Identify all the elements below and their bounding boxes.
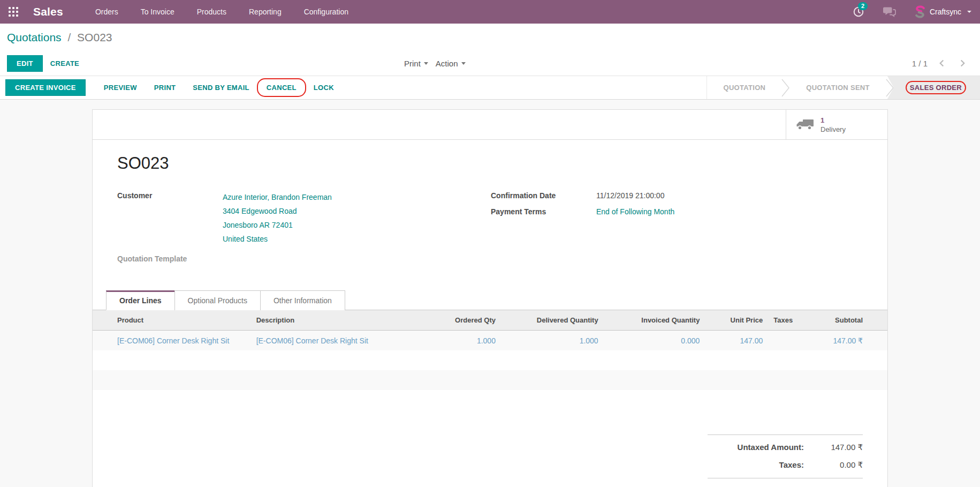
tab-optional-products[interactable]: Optional Products — [174, 290, 261, 310]
menu-configuration[interactable]: Configuration — [304, 8, 348, 16]
ordered-qty-value: 1.000 — [413, 336, 499, 345]
payment-terms-label: Payment Terms — [491, 206, 596, 216]
empty-row — [93, 370, 887, 390]
unit-price-value: 147.00 — [703, 336, 766, 345]
print-dropdown[interactable]: Print — [404, 59, 428, 68]
user-name: Craftsync — [930, 8, 961, 16]
statusbar: CREATE INVOICE PREVIEW PRINT SEND BY EMA… — [0, 76, 980, 100]
col-subtotal: Subtotal — [814, 316, 887, 324]
create-button[interactable]: CREATE — [43, 56, 87, 71]
smart-button-row: 1 Delivery — [93, 110, 887, 140]
table-header-row: Product Description Ordered Qty Delivere… — [93, 310, 887, 331]
col-delivered-quantity: Delivered Quantity — [499, 316, 602, 324]
order-lines-table: Product Description Ordered Qty Delivere… — [93, 310, 887, 410]
messages-menu[interactable] — [883, 6, 897, 18]
customer-label: Customer — [117, 190, 223, 246]
totals-block: Untaxed Amount: 147.00 ₹ Taxes: 0.00 ₹ — [708, 434, 863, 478]
notebook-tabs: Order Lines Optional Products Other Info… — [93, 290, 887, 310]
delivery-count: 1 — [821, 116, 846, 125]
truck-icon — [796, 118, 814, 132]
empty-row — [93, 390, 887, 410]
state-quotation[interactable]: QUOTATION — [707, 76, 781, 99]
chevron-down-icon — [967, 11, 971, 13]
user-menu[interactable]: Craftsync — [915, 5, 971, 18]
sales-order-annotation-highlight: SALES ORDER — [906, 81, 966, 94]
confirmation-date-value: 11/12/2019 21:00:00 — [596, 190, 664, 200]
preview-button[interactable]: PREVIEW — [96, 80, 145, 95]
confirmation-date-label: Confirmation Date — [491, 190, 596, 200]
cancel-button[interactable]: CANCEL — [259, 80, 304, 95]
chevron-down-icon — [424, 62, 428, 65]
taxes-total-value: 0.00 ₹ — [804, 460, 863, 470]
menu-orders[interactable]: Orders — [95, 8, 118, 16]
col-unit-price: Unit Price — [703, 316, 766, 324]
breadcrumb-current: SO023 — [77, 31, 112, 43]
action-dropdown-label: Action — [436, 59, 458, 68]
col-taxes: Taxes — [766, 316, 814, 324]
action-dropdown[interactable]: Action — [436, 59, 466, 68]
print-button[interactable]: PRINT — [147, 80, 184, 95]
customer-address-line[interactable]: United States — [223, 232, 332, 246]
customer-field: Azure Interior, Brandon Freeman 3404 Edg… — [223, 190, 332, 246]
product-link[interactable]: [E-COM06] Corner Desk Right Sit — [117, 336, 229, 345]
breadcrumb: Quotations / SO023 — [7, 31, 971, 44]
send-by-email-button[interactable]: SEND BY EMAIL — [185, 80, 257, 95]
payment-terms-link[interactable]: End of Following Month — [596, 206, 674, 216]
col-product: Product — [93, 316, 253, 324]
untaxed-amount-value: 147.00 ₹ — [804, 443, 863, 452]
quotation-template-label: Quotation Template — [117, 253, 223, 263]
delivery-smart-button[interactable]: 1 Delivery — [786, 110, 887, 139]
top-navbar: Sales Orders To Invoice Products Reporti… — [0, 0, 980, 24]
breadcrumb-separator: / — [67, 31, 71, 43]
company-logo — [915, 5, 925, 18]
create-invoice-button[interactable]: CREATE INVOICE — [5, 79, 86, 96]
pager-value: 1 / 1 — [912, 59, 928, 68]
print-dropdown-label: Print — [404, 59, 421, 68]
state-quotation-sent[interactable]: QUOTATION SENT — [790, 76, 886, 99]
untaxed-amount-label: Untaxed Amount: — [738, 443, 804, 452]
tab-order-lines[interactable]: Order Lines — [106, 290, 175, 310]
activity-menu[interactable]: 2 — [853, 6, 864, 18]
chevron-right-icon — [959, 59, 966, 68]
apps-grid-icon[interactable] — [9, 7, 18, 17]
app-name[interactable]: Sales — [33, 5, 63, 18]
description-link[interactable]: [E-COM06] Corner Desk Right Sit — [256, 336, 368, 345]
order-sheet: 1 Delivery SO023 Customer Azure Interior… — [92, 109, 888, 487]
menu-products[interactable]: Products — [197, 8, 226, 16]
menu-reporting[interactable]: Reporting — [249, 8, 282, 16]
chevron-down-icon — [461, 62, 466, 65]
lock-button[interactable]: LOCK — [306, 80, 341, 95]
activity-count-badge: 2 — [858, 2, 868, 10]
breadcrumb-quotations[interactable]: Quotations — [7, 31, 62, 43]
customer-address-line[interactable]: Jonesboro AR 72401 — [223, 218, 332, 232]
menu-to-invoice[interactable]: To Invoice — [141, 8, 174, 16]
chat-icon — [883, 6, 897, 18]
invoiced-qty-value: 0.000 — [602, 336, 703, 345]
pager-previous-button[interactable] — [935, 59, 948, 68]
col-invoiced-quantity: Invoiced Quantity — [602, 316, 703, 324]
pager-next-button[interactable] — [956, 59, 969, 68]
control-panel: Quotations / SO023 EDIT CREATE Print Act… — [0, 24, 980, 76]
customer-address-line[interactable]: 3404 Edgewood Road — [223, 204, 332, 218]
cancel-annotation-highlight: CANCEL — [259, 80, 304, 95]
form-view: 1 Delivery SO023 Customer Azure Interior… — [0, 109, 980, 487]
main-menu: Orders To Invoice Products Reporting Con… — [95, 8, 348, 16]
tab-other-information[interactable]: Other Information — [260, 290, 345, 310]
delivery-label: Delivery — [821, 125, 846, 134]
subtotal-value: 147.00 ₹ — [814, 336, 887, 345]
order-line-row[interactable]: [E-COM06] Corner Desk Right Sit [E-COM06… — [93, 331, 887, 350]
delivered-qty-value: 1.000 — [499, 336, 602, 345]
edit-button[interactable]: EDIT — [7, 55, 43, 72]
taxes-total-label: Taxes: — [779, 460, 804, 469]
step-arrow-icon — [781, 76, 790, 99]
status-pipeline: QUOTATION QUOTATION SENT SALES ORDER — [706, 76, 980, 99]
empty-row — [93, 350, 887, 370]
col-description: Description — [253, 316, 414, 324]
customer-link[interactable]: Azure Interior, Brandon Freeman — [223, 190, 332, 204]
chevron-left-icon — [938, 59, 945, 68]
col-ordered-qty: Ordered Qty — [413, 316, 499, 324]
state-sales-order[interactable]: SALES ORDER — [887, 76, 980, 99]
order-title: SO023 — [117, 154, 863, 173]
